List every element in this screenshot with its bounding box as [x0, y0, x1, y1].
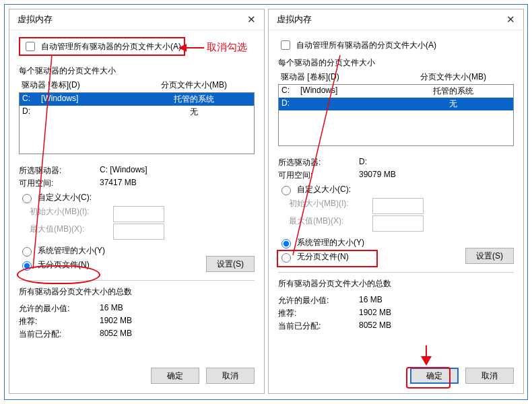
initial-size-input[interactable] [113, 206, 164, 222]
free-space-value: 39079 MB [359, 170, 396, 181]
allowed-min-label: 允许的最小值: [278, 295, 359, 306]
drive-list[interactable]: C: [Windows] 托管的系统 D: 无 [278, 84, 514, 146]
set-button[interactable]: 设置(S) [465, 248, 514, 264]
no-paging-radio[interactable] [22, 261, 32, 271]
free-space-value: 37417 MB [100, 178, 137, 189]
close-icon[interactable]: ✕ [504, 9, 518, 30]
auto-manage-checkbox[interactable] [26, 42, 35, 51]
allowed-min-value: 16 MB [100, 303, 123, 314]
ok-button[interactable]: 确定 [151, 368, 199, 384]
selected-drive-label: 所选驱动器: [19, 165, 100, 176]
cancel-button[interactable]: 取消 [206, 368, 255, 384]
allowed-min-label: 允许的最小值: [19, 303, 100, 314]
free-space-label: 可用空间: [19, 178, 100, 189]
initial-size-label: 初始大小(MB)(I): [278, 198, 370, 214]
custom-size-radio[interactable] [22, 194, 32, 203]
cancel-button[interactable]: 取消 [465, 368, 514, 384]
drive-list[interactable]: C: [Windows] 托管的系统 D: 无 [19, 92, 255, 154]
col-drive-header: 驱动器 [卷标](D) [281, 71, 395, 83]
cur-label: 当前已分配: [278, 321, 359, 332]
max-size-input[interactable] [372, 215, 424, 232]
system-managed-label: 系统管理的大小(Y) [297, 237, 364, 248]
free-space-label: 可用空间: [278, 170, 359, 181]
max-size-label: 最大值(MB)(X): [19, 224, 110, 240]
dialog-title: 虚拟内存 [18, 9, 53, 30]
custom-size-radio[interactable] [281, 186, 291, 195]
no-paging-label: 无分页文件(N) [297, 251, 349, 263]
close-icon[interactable]: ✕ [244, 9, 259, 30]
max-size-label: 最大值(MB)(X): [278, 215, 370, 232]
auto-manage-checkbox[interactable] [281, 40, 290, 50]
no-paging-radio[interactable] [281, 253, 291, 263]
rec-value: 1902 MB [100, 316, 132, 327]
virtual-memory-dialog-right: 虚拟内存 ✕ 自动管理所有驱动器的分页文件大小(A) 每个驱动器的分页文件大小 … [268, 9, 524, 394]
custom-size-label: 自定义大小(C): [297, 184, 351, 195]
system-managed-radio[interactable] [22, 247, 32, 257]
no-paging-label: 无分页文件(N) [38, 259, 90, 271]
cur-value: 8052 MB [100, 329, 132, 340]
system-managed-radio[interactable] [281, 239, 291, 248]
selected-drive-label: 所选驱动器: [278, 157, 359, 168]
rec-label: 推荐: [19, 316, 100, 327]
per-drive-heading: 每个驱动器的分页文件大小 [278, 57, 514, 69]
selected-drive-value: C: [Windows] [100, 165, 147, 176]
list-item[interactable]: D: 无 [20, 106, 254, 119]
rec-label: 推荐: [278, 308, 359, 319]
ok-button[interactable]: 确定 [410, 368, 459, 384]
col-drive-header: 驱动器 [卷标](D) [22, 79, 136, 91]
allowed-min-value: 16 MB [359, 295, 383, 306]
custom-size-label: 自定义大小(C): [38, 192, 92, 203]
auto-manage-label: 自动管理所有驱动器的分页文件大小(A) [296, 40, 436, 51]
list-item[interactable]: D: 无 [279, 98, 513, 110]
max-size-input[interactable] [113, 224, 164, 240]
cur-label: 当前已分配: [19, 329, 100, 340]
totals-heading: 所有驱动器分页文件大小的总数 [19, 286, 255, 298]
list-item[interactable]: C: [Windows] 托管的系统 [20, 93, 254, 106]
system-managed-label: 系统管理的大小(Y) [38, 245, 105, 257]
dialog-title: 虚拟内存 [277, 9, 312, 30]
list-item[interactable]: C: [Windows] 托管的系统 [279, 85, 513, 98]
titlebar: 虚拟内存 ✕ [9, 9, 264, 30]
virtual-memory-dialog-left: 虚拟内存 ✕ 自动管理所有驱动器的分页文件大小(A) 每个驱动器的分页文件大小 … [9, 9, 265, 394]
cur-value: 8052 MB [359, 321, 391, 332]
titlebar: 虚拟内存 ✕ [269, 9, 523, 30]
initial-size-label: 初始大小(MB)(I): [19, 206, 110, 222]
col-paging-header: 分页文件大小(MB) [395, 71, 511, 83]
initial-size-input[interactable] [372, 198, 424, 214]
totals-heading: 所有驱动器分页文件大小的总数 [278, 278, 514, 290]
rec-value: 1902 MB [359, 308, 391, 319]
auto-manage-label: 自动管理所有驱动器的分页文件大小(A) [41, 41, 181, 53]
col-paging-header: 分页文件大小(MB) [136, 79, 252, 91]
per-drive-heading: 每个驱动器的分页文件大小 [19, 65, 255, 77]
annotation-text: 取消勾选 [207, 41, 247, 54]
selected-drive-value: D: [359, 157, 367, 168]
